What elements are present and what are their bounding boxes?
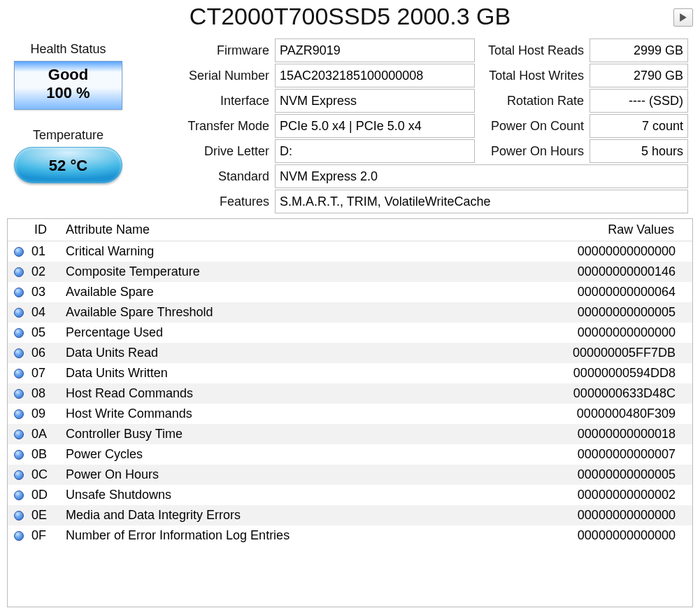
- standard-label: Standard: [135, 164, 275, 189]
- cell-raw-value: 0000000480F309: [538, 407, 678, 421]
- cell-id: 03: [30, 285, 62, 299]
- cell-raw-value: 00000000594DD8: [538, 366, 678, 381]
- cell-attribute-name: Media and Data Integrity Errors: [62, 508, 538, 523]
- table-row[interactable]: 01Critical Warning00000000000000: [8, 241, 692, 262]
- cell-id: 04: [30, 305, 62, 320]
- table-row[interactable]: 02Composite Temperature00000000000146: [8, 262, 692, 282]
- table-row[interactable]: 0EMedia and Data Integrity Errors0000000…: [8, 505, 692, 525]
- temperature-label: Temperature: [33, 128, 103, 143]
- cell-attribute-name: Host Read Commands: [62, 386, 538, 401]
- status-dot-icon: [14, 389, 24, 399]
- rotation-rate-value[interactable]: ---- (SSD): [590, 89, 688, 113]
- cell-attribute-name: Host Write Commands: [62, 407, 538, 421]
- table-row[interactable]: 06Data Units Read000000005FF7DB: [8, 343, 692, 363]
- table-row[interactable]: 0BPower Cycles00000000000007: [8, 444, 692, 465]
- cell-id: 09: [30, 407, 62, 421]
- status-dot-icon: [14, 450, 24, 460]
- cell-attribute-name: Unsafe Shutdowns: [62, 488, 538, 502]
- column-attribute-name[interactable]: Attribute Name: [62, 222, 538, 237]
- column-id[interactable]: ID: [30, 222, 62, 237]
- temperature-value: 52 °C: [49, 157, 87, 174]
- power-on-hours-value[interactable]: 5 hours: [590, 139, 688, 163]
- cell-raw-value: 00000000000000: [538, 528, 678, 543]
- serial-value[interactable]: 15AC2032185100000008: [275, 64, 475, 87]
- status-dot-icon: [14, 308, 24, 318]
- cell-attribute-name: Critical Warning: [62, 244, 538, 259]
- cell-raw-value: 00000000000000: [538, 508, 678, 523]
- status-column: Health Status Good 100 % Temperature 52 …: [7, 38, 129, 214]
- cell-attribute-name: Available Spare: [62, 285, 538, 299]
- cell-raw-value: 000000005FF7DB: [538, 346, 678, 360]
- status-dot-icon: [14, 369, 24, 379]
- drive-letter-label: Drive Letter: [135, 139, 275, 164]
- cell-attribute-name: Data Units Written: [62, 366, 538, 381]
- power-on-count-value[interactable]: 7 count: [590, 114, 688, 138]
- cell-raw-value: 00000000000002: [538, 488, 678, 502]
- cell-raw-value: 00000000000000: [538, 325, 678, 340]
- table-row[interactable]: 0DUnsafe Shutdowns00000000000002: [8, 485, 692, 505]
- table-row[interactable]: 0CPower On Hours00000000000005: [8, 465, 692, 485]
- transfer-mode-value[interactable]: PCIe 5.0 x4 | PCIe 5.0 x4: [275, 114, 475, 138]
- cell-id: 02: [30, 264, 62, 279]
- firmware-value[interactable]: PAZR9019: [275, 38, 475, 62]
- play-icon: [679, 13, 687, 22]
- svg-marker-0: [680, 13, 687, 22]
- table-row[interactable]: 0FNumber of Error Information Log Entrie…: [8, 525, 692, 546]
- total-host-reads-label: Total Host Reads: [478, 38, 590, 63]
- power-on-count-label: Power On Count: [478, 113, 590, 139]
- cell-id: 0F: [30, 528, 62, 543]
- health-percent: 100 %: [15, 84, 122, 102]
- summary-area: Health Status Good 100 % Temperature 52 …: [7, 38, 693, 214]
- cell-attribute-name: Composite Temperature: [62, 264, 538, 279]
- cell-raw-value: 00000000000018: [538, 427, 678, 441]
- cell-id: 0E: [30, 508, 62, 523]
- status-dot-icon: [14, 409, 24, 419]
- total-host-reads-value[interactable]: 2999 GB: [590, 38, 688, 62]
- total-host-writes-value[interactable]: 2790 GB: [590, 64, 688, 87]
- cell-id: 0B: [30, 447, 62, 462]
- cell-id: 06: [30, 346, 62, 360]
- table-row[interactable]: 07Data Units Written00000000594DD8: [8, 363, 692, 383]
- temperature-indicator[interactable]: 52 °C: [14, 147, 122, 183]
- smart-table: ID Attribute Name Raw Values 01Critical …: [7, 218, 693, 607]
- cell-raw-value: 00000000000000: [538, 244, 678, 259]
- column-raw-values[interactable]: Raw Values: [538, 222, 678, 237]
- status-dot-icon: [14, 288, 24, 297]
- status-dot-icon: [14, 247, 24, 257]
- total-host-writes-label: Total Host Writes: [478, 63, 590, 88]
- drive-letter-value[interactable]: D:: [275, 139, 475, 163]
- cell-id: 07: [30, 366, 62, 381]
- status-dot-icon: [14, 490, 24, 500]
- transfer-mode-label: Transfer Mode: [135, 113, 275, 139]
- cell-attribute-name: Power Cycles: [62, 447, 538, 462]
- table-row[interactable]: 08Host Read Commands0000000633D48C: [8, 383, 692, 404]
- cell-attribute-name: Power On Hours: [62, 467, 538, 482]
- health-indicator[interactable]: Good 100 %: [14, 61, 122, 110]
- status-dot-icon: [14, 470, 24, 480]
- play-button[interactable]: [673, 8, 693, 27]
- standard-value[interactable]: NVM Express 2.0: [275, 164, 688, 188]
- cell-raw-value: 00000000000007: [538, 447, 678, 462]
- status-dot-icon: [14, 511, 24, 521]
- table-row[interactable]: 0AController Busy Time00000000000018: [8, 424, 692, 444]
- features-label: Features: [135, 189, 275, 214]
- rotation-rate-label: Rotation Rate: [478, 88, 590, 113]
- table-row[interactable]: 05Percentage Used00000000000000: [8, 323, 692, 343]
- status-dot-icon: [14, 328, 24, 338]
- serial-label: Serial Number: [135, 63, 275, 88]
- status-dot-icon: [14, 267, 24, 277]
- firmware-label: Firmware: [135, 38, 275, 63]
- header: CT2000T700SSD5 2000.3 GB: [7, 0, 693, 35]
- interface-label: Interface: [135, 88, 275, 113]
- health-text: Good: [15, 66, 122, 84]
- table-row[interactable]: 04Available Spare Threshold0000000000000…: [8, 302, 692, 323]
- interface-value[interactable]: NVM Express: [275, 89, 475, 113]
- drive-title: CT2000T700SSD5 2000.3 GB: [7, 0, 693, 30]
- table-row[interactable]: 09Host Write Commands0000000480F309: [8, 404, 692, 424]
- status-dot-icon: [14, 348, 24, 358]
- cell-id: 01: [30, 244, 62, 259]
- table-row[interactable]: 03Available Spare00000000000064: [8, 282, 692, 302]
- cell-raw-value: 00000000000064: [538, 285, 678, 299]
- features-value[interactable]: S.M.A.R.T., TRIM, VolatileWriteCache: [275, 190, 688, 213]
- status-dot-icon: [14, 430, 24, 439]
